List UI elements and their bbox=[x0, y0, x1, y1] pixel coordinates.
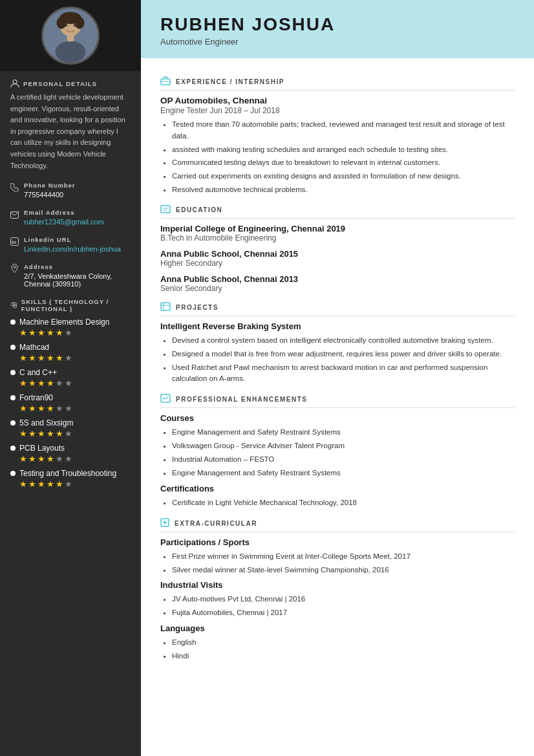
linkedin-icon: in bbox=[10, 237, 19, 248]
email-label: Email Address bbox=[24, 209, 104, 216]
svg-text:in: in bbox=[12, 239, 16, 245]
participations-title: Participations / Sports bbox=[160, 537, 515, 547]
linkedin-block: in Linkedin URL Linkedin.com/in/rubhen-j… bbox=[0, 231, 141, 258]
person-icon bbox=[10, 79, 19, 88]
bullet-item: Volkswagen Group - Service Adviser Talen… bbox=[172, 440, 515, 452]
main-content-area: RUBHEN JOSHUA Automotive Engineer EXPERI… bbox=[141, 0, 534, 756]
edu-degree-0: B.Tech in Automobile Engineering bbox=[160, 233, 515, 243]
skill-stars-3: ★ ★ ★ ★ ★ ★ bbox=[19, 404, 131, 413]
edu-degree-1: Higher Secondary bbox=[160, 259, 515, 268]
projects-section-header: PROJECTS bbox=[160, 302, 515, 316]
bullet-item: JV Auto-motives Pvt Ltd, Chennai | 2016 bbox=[172, 594, 515, 605]
svg-point-5 bbox=[65, 24, 68, 27]
bullet-item: Tested more than 70 automobile parts; tr… bbox=[172, 119, 515, 142]
sidebar: PERSONAL DETAILS A certified light vehic… bbox=[0, 0, 141, 756]
extra-icon bbox=[160, 518, 169, 529]
svg-point-7 bbox=[56, 41, 86, 63]
address-icon bbox=[10, 264, 19, 275]
avatar bbox=[41, 6, 100, 65]
skill-item: PCB Layouts ★ ★ ★ ★ ★ ★ bbox=[10, 444, 131, 464]
candidate-name: RUBHEN JOSHUA bbox=[160, 14, 515, 35]
main-body: EXPERIENCE / INTERNSHIP OP Automobiles, … bbox=[141, 58, 534, 675]
extra-label: EXTRA-CURRICULAR bbox=[175, 520, 257, 527]
svg-rect-8 bbox=[67, 34, 74, 41]
edu-degree-2: Senior Secondary bbox=[160, 284, 515, 293]
experience-section-header: EXPERIENCE / INTERNSHIP bbox=[160, 76, 515, 91]
skill-stars-1: ★ ★ ★ ★ ★ ★ bbox=[19, 353, 131, 363]
skill-stars-0: ★ ★ ★ ★ ★ ★ bbox=[19, 328, 131, 338]
projects-label: PROJECTS bbox=[176, 304, 219, 311]
briefcase-icon bbox=[160, 76, 171, 87]
professional-section-header: PROFESSIONAL ENHANCEMENTS bbox=[160, 394, 515, 408]
phone-label: Phone Number bbox=[24, 182, 76, 189]
skill-item: Testing and Troubleshooting ★ ★ ★ ★ ★ ★ bbox=[10, 469, 131, 489]
languages-list: English Hindi bbox=[160, 637, 515, 662]
bullet-item: assisted with making testing schedules a… bbox=[172, 144, 515, 156]
linkedin-label: Linkedin URL bbox=[24, 236, 121, 243]
email-info: Email Address rubher12345@gmail.com bbox=[24, 209, 104, 226]
email-block: Email Address rubher12345@gmail.com bbox=[0, 204, 141, 231]
bullet-item: English bbox=[172, 637, 515, 649]
bullet-item: Industrial Automation – FESTO bbox=[172, 454, 515, 466]
education-icon bbox=[160, 205, 171, 215]
role-date: Engine Tester Jun 2018 – Jul 2018 bbox=[160, 106, 515, 115]
extra-section-header: EXTRA-CURRICULAR bbox=[160, 518, 515, 532]
svg-point-3 bbox=[57, 17, 67, 29]
address-block: Address 2/7, Venkateshwara Colony, Chenn… bbox=[0, 258, 141, 293]
edu-entry-1: Anna Public School, Chennai 2015 Higher … bbox=[160, 249, 515, 268]
certifications-title: Certifications bbox=[160, 484, 515, 493]
professional-icon bbox=[160, 394, 171, 405]
courses-title: Courses bbox=[160, 413, 515, 423]
edu-entry-0: Imperial College of Engineering, Chennai… bbox=[160, 224, 515, 243]
phone-value: 7755444400 bbox=[24, 191, 76, 199]
education-section-header: EDUCATION bbox=[160, 205, 515, 219]
svg-rect-19 bbox=[161, 206, 170, 213]
project-name: Intelligent Reverse Braking System bbox=[160, 321, 515, 331]
linkedin-info: Linkedin URL Linkedin.com/in/rubhen-josh… bbox=[24, 236, 121, 253]
skill-item: C and C++ ★ ★ ★ ★ ★ ★ bbox=[10, 368, 131, 388]
svg-point-6 bbox=[74, 24, 76, 27]
edu-institution-2: Anna Public School, Chennai 2013 bbox=[160, 274, 515, 284]
skill-stars-4: ★ ★ ★ ★ ★ ★ bbox=[19, 429, 131, 438]
skill-stars-5: ★ ★ ★ ★ ★ ★ bbox=[19, 454, 131, 464]
company-name: OP Automobiles, Chennai bbox=[160, 96, 515, 105]
candidate-title: Automotive Engineer bbox=[160, 37, 515, 47]
svg-point-4 bbox=[75, 17, 85, 29]
phone-info: Phone Number 7755444400 bbox=[24, 182, 76, 199]
industrial-list: JV Auto-motives Pvt Ltd, Chennai | 2016 … bbox=[160, 594, 515, 619]
address-info: Address 2/7, Venkateshwara Colony, Chenn… bbox=[24, 263, 131, 288]
bullet-item: Designed a model that is free from wear … bbox=[172, 349, 515, 360]
courses-list: Engine Management and Safety Restraint S… bbox=[160, 427, 515, 479]
skill-item: Machine Elements Design ★ ★ ★ ★ ★ ★ bbox=[10, 318, 131, 338]
experience-label: EXPERIENCE / INTERNSHIP bbox=[176, 78, 284, 85]
bullet-item: Carried out experiments on existing desi… bbox=[172, 171, 515, 182]
bullet-item: Silver medal winner at State-level Swimm… bbox=[172, 565, 515, 576]
bullet-item: Used Ratchet and Pawl mechanism to arres… bbox=[172, 362, 515, 385]
experience-bullets: Tested more than 70 automobile parts; tr… bbox=[160, 119, 515, 196]
phone-block: Phone Number 7755444400 bbox=[0, 177, 141, 204]
bio-text: A certified light vehicle development en… bbox=[10, 92, 131, 171]
bullet-item: First Prize winner in Swimming Event at … bbox=[172, 551, 515, 563]
bullet-item: Resolved automotive technical problems. bbox=[172, 184, 515, 196]
project-bullets: Devised a control system based on intell… bbox=[160, 335, 515, 385]
certifications-list: Certificate in Light Vehicle Mechanical … bbox=[160, 497, 515, 509]
bullet-item: Devised a control system based on intell… bbox=[172, 335, 515, 347]
bullet-item: Certificate in Light Vehicle Mechanical … bbox=[172, 497, 515, 509]
personal-details-section: PERSONAL DETAILS A certified light vehic… bbox=[0, 71, 141, 177]
personal-details-title: PERSONAL DETAILS bbox=[10, 79, 131, 88]
skills-title: SKILLS ( TECHNOLOGY / FUNCTIONAL ) bbox=[10, 298, 131, 312]
skill-item: Fortran90 ★ ★ ★ ★ ★ ★ bbox=[10, 393, 131, 413]
svg-point-9 bbox=[13, 80, 17, 84]
skill-item: Mathcad ★ ★ ★ ★ ★ ★ bbox=[10, 343, 131, 363]
education-label: EDUCATION bbox=[176, 206, 222, 213]
phone-icon bbox=[10, 182, 19, 194]
bullet-item: Engine Management and Safety Restraint S… bbox=[172, 468, 515, 479]
skills-icon bbox=[10, 301, 17, 310]
skill-stars-6: ★ ★ ★ ★ ★ ★ bbox=[19, 479, 131, 489]
sidebar-header bbox=[0, 0, 141, 71]
address-label: Address bbox=[24, 263, 131, 270]
svg-rect-22 bbox=[161, 303, 170, 310]
linkedin-value: Linkedin.com/in/rubhen-joshua bbox=[24, 245, 121, 253]
skills-section: SKILLS ( TECHNOLOGY / FUNCTIONAL ) Machi… bbox=[0, 293, 141, 499]
projects-icon bbox=[160, 302, 171, 313]
